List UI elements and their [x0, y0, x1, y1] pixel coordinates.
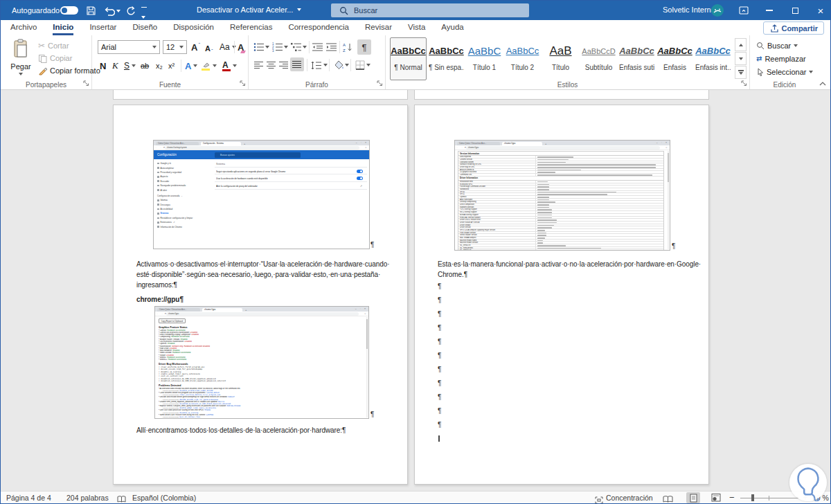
paragraph-2[interactable]: Allí·encontramos·todos·los·detalles·de·l…	[136, 425, 390, 435]
redo-icon[interactable]	[125, 5, 137, 19]
autosave-toggle[interactable]	[60, 6, 78, 15]
zoom-slider-handle[interactable]	[751, 494, 754, 501]
word-count[interactable]: 204 palabras	[66, 494, 109, 502]
search-box[interactable]: Buscar	[331, 3, 529, 17]
undo-icon[interactable]	[103, 5, 115, 19]
subscript-button[interactable]: x₂	[156, 59, 163, 73]
styles-dialog-launcher-icon[interactable]	[741, 80, 747, 87]
font-color-button[interactable]: A	[222, 59, 237, 73]
cut-button[interactable]: ✂Cortar	[38, 39, 100, 52]
screenshot-chrome-gpu-report[interactable]: Cómo Quitar / Desactivar Ace... chrome:/…	[154, 306, 369, 419]
strikethrough-button[interactable]: ab	[141, 59, 149, 73]
styles-scroll-down-icon[interactable]	[735, 52, 747, 65]
styles-more-icon[interactable]	[735, 66, 747, 79]
show-formatting-marks-button[interactable]: ¶	[357, 39, 371, 55]
sort-icon[interactable]: AZ	[342, 40, 355, 54]
paragraph-dialog-launcher-icon[interactable]	[377, 80, 383, 87]
multilevel-list-icon[interactable]	[290, 40, 303, 54]
decrease-indent-icon[interactable]	[312, 40, 324, 54]
grow-font-button[interactable]: Aˆ	[191, 40, 200, 54]
copy-button[interactable]: Copiar	[38, 52, 100, 64]
italic-button[interactable]: K	[112, 59, 118, 73]
share-button[interactable]: Compartir	[763, 21, 824, 35]
bullets-icon[interactable]	[253, 40, 265, 54]
align-right-icon[interactable]	[278, 58, 290, 72]
styles-scroll-up-icon[interactable]	[735, 38, 747, 51]
style-item-2[interactable]: AaBbCc¶ Sin espa...	[428, 37, 465, 80]
select-button[interactable]: Seleccionar	[756, 65, 813, 78]
justify-icon[interactable]	[290, 57, 304, 71]
bold-button[interactable]: N	[100, 59, 106, 73]
collapse-ribbon-icon[interactable]	[819, 80, 827, 87]
style-item-3[interactable]: AaBbCTítulo 1	[466, 37, 503, 80]
tab-diseño[interactable]: Diseño	[132, 23, 157, 35]
borders-icon[interactable]	[354, 58, 366, 72]
account-name[interactable]: Solvetic Internet	[663, 6, 717, 14]
screenshot-chrome-settings[interactable]: Cómo Quitar / Desactivar Ace... Configur…	[153, 140, 370, 249]
empty-paragraphs[interactable]: ¶¶¶¶¶¶¶¶¶¶¶	[438, 282, 691, 435]
font-dialog-launcher-icon[interactable]	[240, 80, 246, 87]
increase-indent-icon[interactable]	[325, 40, 338, 54]
style-item-5[interactable]: AaBTítulo	[542, 37, 579, 80]
tab-insertar[interactable]: Insertar	[89, 23, 116, 35]
proofing-icon[interactable]	[117, 494, 127, 504]
tab-archivo[interactable]: Archivo	[10, 23, 37, 35]
font-family-combo[interactable]: Arial	[98, 40, 160, 54]
tab-inicio[interactable]: Inicio	[53, 23, 73, 35]
replace-button[interactable]: ⇄Reemplazar	[756, 52, 813, 65]
mini-scrollbar	[366, 317, 368, 417]
undo-dropdown-icon[interactable]	[116, 10, 120, 12]
code-line[interactable]: chrome://gpu¶	[136, 294, 390, 305]
text-effects-button[interactable]: A	[185, 59, 197, 73]
clipboard-dialog-launcher-icon[interactable]	[83, 80, 89, 87]
tab-revisar[interactable]: Revisar	[365, 23, 392, 35]
tab-referencias[interactable]: Referencias	[230, 23, 272, 35]
tab-ayuda[interactable]: Ayuda	[441, 23, 463, 35]
zoom-out-button[interactable]: −	[729, 492, 735, 503]
style-item-6[interactable]: AaBbCcDSubtítulo	[580, 37, 617, 80]
paste-button[interactable]: Pegar	[6, 39, 35, 80]
tab-vista[interactable]: Vista	[408, 23, 425, 35]
paragraph-1[interactable]: Activamos·o·desactivamos·el·interruptor·…	[136, 259, 390, 290]
align-left-icon[interactable]	[253, 58, 265, 72]
highlight-button[interactable]	[202, 59, 217, 73]
font-group: Arial 12 Aˆ Aˇ Aa A N K S ab x₂ x² A A F…	[92, 35, 249, 89]
language-indicator[interactable]: Español (Colombia)	[132, 494, 196, 502]
web-layout-icon[interactable]	[711, 493, 721, 504]
find-button[interactable]: Buscar	[756, 39, 813, 52]
clear-formatting-button[interactable]: A	[238, 40, 244, 54]
underline-button[interactable]: S	[124, 59, 136, 73]
style-item-1[interactable]: AaBbCc¶ Normal	[390, 37, 427, 80]
document-title[interactable]: Desactivar o Activar Aceler...	[197, 6, 301, 14]
ribbon-display-options-icon[interactable]	[739, 6, 749, 18]
document-canvas[interactable]: Cómo Quitar / Desactivar Ace... Configur…	[1, 90, 830, 491]
screenshot-chrome-gpu-table[interactable]: Cómo Quitar / Desactivar Ace... chrome:/…	[454, 140, 670, 251]
font-size-combo[interactable]: 12	[163, 40, 187, 54]
minimize-button[interactable]	[759, 1, 780, 20]
style-item-8[interactable]: AaBbCcÉnfasis	[656, 37, 693, 80]
line-spacing-icon[interactable]	[310, 58, 323, 72]
tab-disposición[interactable]: Disposición	[173, 23, 214, 35]
page-indicator[interactable]: Página 4 de 4	[6, 494, 51, 502]
style-item-9[interactable]: AaBbCcÉnfasis int...	[695, 37, 731, 80]
read-mode-icon[interactable]	[663, 494, 673, 504]
paragraph-3[interactable]: Esta·es·la·manera·funcional·para·activar…	[438, 259, 691, 280]
save-icon[interactable]	[85, 5, 96, 19]
numbering-icon[interactable]: 123	[271, 40, 284, 54]
close-button[interactable]: ×	[810, 1, 831, 20]
style-item-7[interactable]: AaBbCcÉnfasis sutil	[618, 37, 655, 80]
format-painter-button[interactable]: Copiar formato	[38, 64, 100, 77]
document-page-4[interactable]: Cómo Quitar / Desactivar Ace... chrome:/…	[414, 105, 709, 485]
print-layout-icon[interactable]	[686, 492, 700, 503]
avatar[interactable]	[711, 4, 724, 17]
shading-icon[interactable]	[332, 58, 345, 72]
focus-mode-icon[interactable]	[595, 494, 603, 504]
style-item-4[interactable]: AaBbCcTítulo 2	[504, 37, 541, 80]
superscript-button[interactable]: x²	[168, 59, 175, 73]
align-center-icon[interactable]	[265, 58, 278, 72]
focus-mode-label[interactable]: Concentración	[606, 494, 653, 502]
shrink-font-button[interactable]: Aˇ	[205, 42, 213, 55]
maximize-button[interactable]	[785, 1, 805, 20]
document-page-3[interactable]: Cómo Quitar / Desactivar Ace... Configur…	[113, 105, 408, 485]
tab-correspondencia[interactable]: Correspondencia	[288, 23, 349, 35]
